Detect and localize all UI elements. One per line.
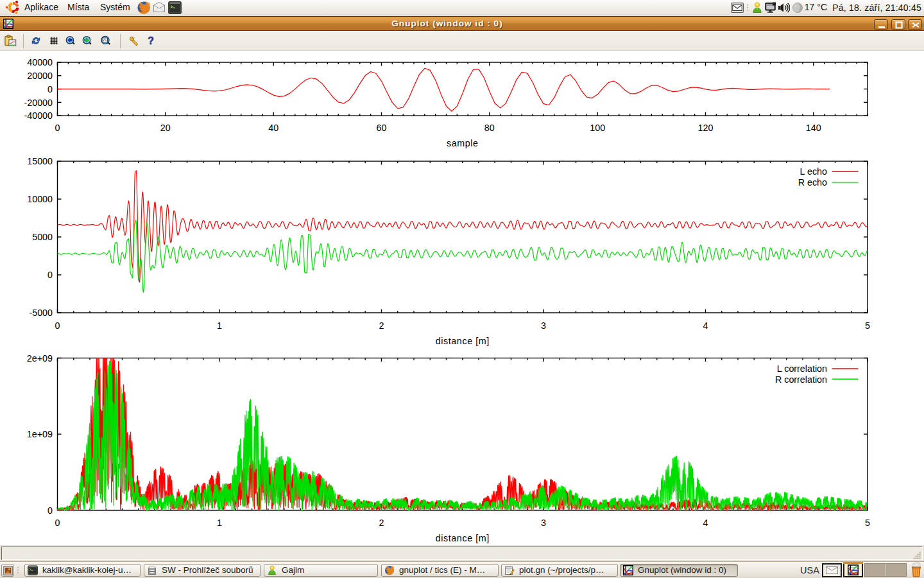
svg-text:-20000: -20000 xyxy=(24,98,53,108)
svg-text:20: 20 xyxy=(160,123,171,133)
svg-text:1: 1 xyxy=(217,320,222,331)
svg-text:10000: 10000 xyxy=(27,194,53,204)
svg-text:0: 0 xyxy=(55,518,60,528)
svg-text:1: 1 xyxy=(217,518,222,528)
svg-text:distance [m]: distance [m] xyxy=(436,336,490,346)
svg-text:2e+09: 2e+09 xyxy=(27,353,53,363)
svg-text:distance [m]: distance [m] xyxy=(436,533,490,543)
svg-text:L echo: L echo xyxy=(800,166,827,177)
svg-text:0: 0 xyxy=(55,123,60,133)
svg-text:15000: 15000 xyxy=(27,156,53,166)
svg-text:100: 100 xyxy=(590,123,605,133)
svg-text:4: 4 xyxy=(703,518,708,528)
svg-text:0: 0 xyxy=(47,84,53,94)
svg-text:-40000: -40000 xyxy=(24,110,53,121)
svg-text:-5000: -5000 xyxy=(29,308,53,318)
svg-text:120: 120 xyxy=(698,123,714,133)
svg-text:0: 0 xyxy=(47,270,53,280)
svg-text:1e+09: 1e+09 xyxy=(27,429,53,439)
svg-text:40000: 40000 xyxy=(27,57,53,67)
svg-text:5: 5 xyxy=(865,320,870,331)
svg-text:4: 4 xyxy=(703,320,708,331)
svg-text:5: 5 xyxy=(865,518,870,528)
svg-text:20000: 20000 xyxy=(27,71,53,81)
svg-text:L correlation: L correlation xyxy=(777,363,827,374)
svg-text:3: 3 xyxy=(541,320,546,331)
svg-text:0: 0 xyxy=(55,320,60,331)
svg-text:0: 0 xyxy=(47,505,53,516)
svg-text:R echo: R echo xyxy=(798,177,827,188)
svg-text:140: 140 xyxy=(806,123,821,133)
svg-text:?: ? xyxy=(148,35,154,46)
svg-text:40: 40 xyxy=(268,123,278,133)
svg-text:80: 80 xyxy=(484,123,495,133)
svg-text:2: 2 xyxy=(379,518,384,528)
svg-text:2: 2 xyxy=(379,320,384,331)
svg-text:60: 60 xyxy=(377,123,387,133)
svg-text:3: 3 xyxy=(541,518,546,528)
svg-text:5000: 5000 xyxy=(32,232,53,242)
svg-text:sample: sample xyxy=(447,138,479,148)
svg-text:R correlation: R correlation xyxy=(775,374,827,385)
